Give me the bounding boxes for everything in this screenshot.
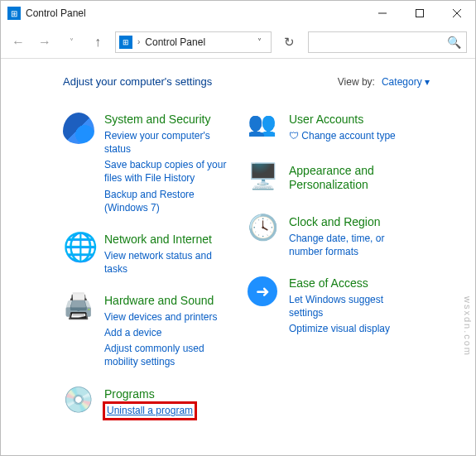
category-ease-of-access: ➜ Ease of Access Let Windows suggest set…	[248, 276, 417, 335]
category-appearance: 🖥️ Appearance and Personalization	[248, 164, 417, 197]
left-column: System and Security Review your computer…	[63, 113, 233, 420]
category-clock-region: 🕓 Clock and Region Change date, time, or…	[248, 215, 417, 258]
breadcrumb[interactable]: Control Panel	[145, 36, 247, 48]
view-by-control[interactable]: View by: Category ▾	[338, 76, 430, 88]
page-heading: Adjust your computer's settings	[63, 75, 212, 88]
category-hardware-sound: 🖨️ Hardware and Sound View devices and p…	[63, 294, 233, 369]
right-column: 👥 User Accounts 🛡 Change account type 🖥️…	[248, 113, 417, 420]
up-button[interactable]: ↑	[89, 33, 107, 51]
category-network-internet: 🌐 Network and Internet View network stat…	[63, 233, 233, 276]
appearance-personalization-link[interactable]: Appearance and Personalization	[289, 164, 417, 192]
view-by-value[interactable]: Category ▾	[382, 76, 430, 88]
window-title: Control Panel	[26, 7, 363, 19]
review-status-link[interactable]: Review your computer's status	[104, 129, 233, 156]
titlebar[interactable]: ⊞ Control Panel	[1, 1, 475, 26]
window-controls	[363, 1, 475, 26]
refresh-button[interactable]: ↻	[280, 32, 300, 52]
category-programs: 💿 Programs Uninstall a program	[63, 387, 233, 420]
view-devices-link[interactable]: View devices and printers	[104, 310, 233, 324]
optimize-display-link[interactable]: Optimize visual display	[289, 322, 417, 335]
clock-region-link[interactable]: Clock and Region	[289, 215, 417, 229]
control-panel-icon: ⊞	[7, 7, 21, 20]
uninstall-program-link[interactable]: Uninstall a program	[104, 403, 195, 418]
content-area: Adjust your computer's settings View by:…	[1, 59, 475, 455]
monitor-icon: 🖥️	[248, 164, 281, 197]
change-date-time-link[interactable]: Change date, time, or number formats	[289, 232, 417, 258]
nav-toolbar: ← → ˅ ↑ ⊞ › Control Panel ˅ ↻ 🔍	[1, 26, 475, 59]
back-button[interactable]: ←	[9, 33, 27, 51]
backup-restore-link[interactable]: Backup and Restore (Windows 7)	[104, 188, 233, 214]
network-status-link[interactable]: View network status and tasks	[104, 249, 233, 276]
disc-icon: 💿	[63, 387, 96, 420]
close-button[interactable]	[438, 1, 475, 26]
network-internet-link[interactable]: Network and Internet	[104, 233, 233, 247]
chevron-right-icon: ›	[137, 37, 140, 46]
globe-icon: 🌐	[63, 233, 96, 266]
category-system-security: System and Security Review your computer…	[63, 113, 233, 214]
search-box[interactable]: 🔍	[308, 31, 468, 53]
address-dropdown-button[interactable]: ˅	[252, 37, 267, 46]
recent-locations-button[interactable]: ˅	[62, 33, 80, 51]
forward-button[interactable]: →	[36, 33, 54, 51]
change-account-type-link[interactable]: 🛡 Change account type	[289, 129, 396, 142]
category-user-accounts: 👥 User Accounts 🛡 Change account type	[248, 113, 417, 146]
programs-link[interactable]: Programs	[104, 387, 195, 401]
view-by-label: View by:	[338, 76, 375, 88]
ease-of-access-link[interactable]: Ease of Access	[289, 276, 417, 290]
search-input[interactable]	[314, 36, 448, 48]
printer-icon: 🖨️	[63, 294, 96, 327]
mobility-settings-link[interactable]: Adjust commonly used mobility settings	[104, 342, 233, 368]
file-history-link[interactable]: Save backup copies of your files with Fi…	[104, 158, 233, 185]
users-icon: 👥	[248, 113, 281, 146]
svg-rect-1	[416, 10, 423, 17]
user-accounts-link[interactable]: User Accounts	[289, 113, 396, 127]
system-security-link[interactable]: System and Security	[104, 113, 233, 127]
ease-of-access-icon: ➜	[248, 276, 281, 310]
watermark: wsxdn.com	[463, 296, 473, 357]
minimize-button[interactable]	[363, 1, 401, 26]
clock-icon: 🕓	[248, 215, 281, 248]
suggest-settings-link[interactable]: Let Windows suggest settings	[289, 293, 417, 319]
shield-icon	[63, 113, 96, 146]
address-bar[interactable]: ⊞ › Control Panel ˅	[115, 31, 272, 53]
add-device-link[interactable]: Add a device	[104, 326, 233, 339]
control-panel-small-icon: ⊞	[119, 36, 132, 49]
window-frame: ⊞ Control Panel ← → ˅ ↑ ⊞ › Control Pane…	[0, 0, 476, 456]
search-icon[interactable]: 🔍	[447, 36, 461, 49]
maximize-button[interactable]	[401, 1, 438, 26]
hardware-sound-link[interactable]: Hardware and Sound	[104, 294, 233, 308]
